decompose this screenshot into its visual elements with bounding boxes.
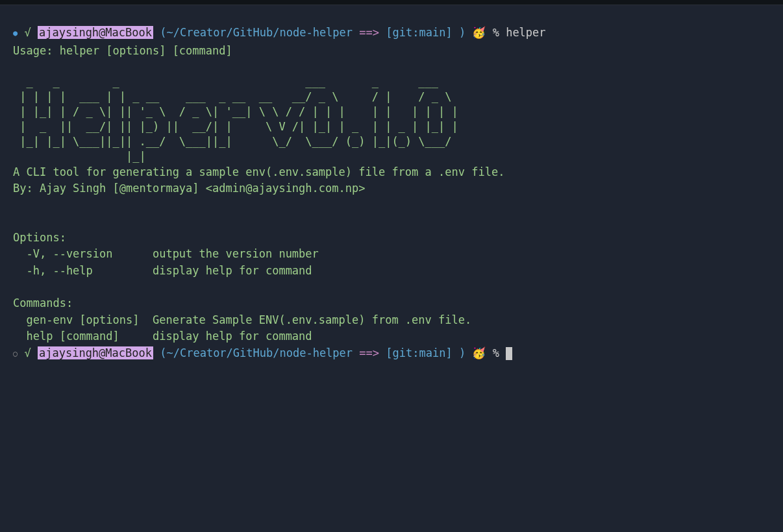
check-icon: √ [24, 26, 31, 39]
paren-close: ) [459, 26, 466, 39]
terminal-viewport[interactable]: ● √ ajaysingh@MacBook (~/Creator/GitHub/… [0, 5, 783, 376]
cwd-path: ~/Creator/GitHub/node-helper [166, 346, 353, 359]
party-emoji-icon: 🥳 [472, 26, 486, 39]
command-help: help [command] display help for command [13, 328, 770, 345]
git-branch: [git:main] [386, 26, 452, 39]
commands-header: Commands: [13, 295, 770, 312]
blank-spacer [13, 279, 770, 295]
option-version: -V, --version output the version number [13, 246, 770, 263]
paren-close: ) [459, 346, 466, 359]
options-header: Options: [13, 230, 770, 247]
paren-open: ( [160, 346, 166, 359]
prompt-arrow: ==> [359, 346, 379, 359]
blank-spacer [13, 197, 770, 213]
status-dot-icon: ○ [13, 349, 18, 358]
prompt-symbol: % [493, 346, 499, 359]
check-icon: √ [24, 346, 31, 359]
prompt-line-2[interactable]: ○ √ ajaysingh@MacBook (~/Creator/GitHub/… [13, 345, 770, 362]
author-line: By: Ajay Singh [@mentormaya] <admin@ajay… [13, 180, 770, 197]
user-host: ajaysingh@MacBook [38, 346, 153, 359]
prompt-line-1: ● √ ajaysingh@MacBook (~/Creator/GitHub/… [13, 25, 770, 42]
prompt-arrow: ==> [359, 26, 379, 39]
paren-open: ( [160, 26, 166, 39]
user-host: ajaysingh@MacBook [38, 26, 153, 39]
entered-command: helper [506, 26, 545, 39]
window-titlebar [0, 0, 783, 5]
cwd-path: ~/Creator/GitHub/node-helper [166, 26, 353, 39]
description-line: A CLI tool for generating a sample env(.… [13, 164, 770, 181]
blank-spacer [13, 213, 770, 230]
git-branch: [git:main] [386, 346, 452, 359]
cursor[interactable] [506, 347, 512, 360]
option-help: -h, --help display help for command [13, 263, 770, 280]
status-dot-icon: ● [13, 29, 18, 38]
usage-line: Usage: helper [options] [command] [13, 43, 770, 60]
ascii-banner: _ _ _ ___ _ ___ | | | | ___ | | _ __ ___… [13, 75, 770, 164]
prompt-symbol: % [493, 26, 499, 39]
command-genenv: gen-env [options] Generate Sample ENV(.e… [13, 312, 770, 329]
party-emoji-icon: 🥳 [472, 346, 486, 359]
